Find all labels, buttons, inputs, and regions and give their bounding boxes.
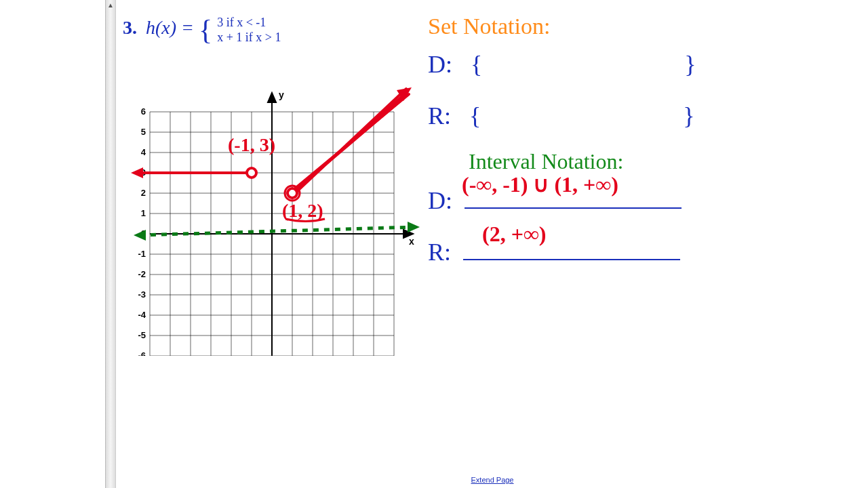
svg-marker-58 xyxy=(408,222,420,232)
graph-annotation-1: (-1, 3) xyxy=(228,134,275,155)
problem-heading: 3. h(x) = { 3 if x < -1 x + 1 if x > 1 xyxy=(123,14,281,46)
interval-notation-title: Interval Notation: xyxy=(469,149,821,174)
range-open-brace: { xyxy=(469,102,481,129)
range-close-brace: } xyxy=(683,102,694,129)
range-interval-label: R: xyxy=(428,239,451,266)
svg-text:1: 1 xyxy=(141,208,146,218)
svg-text:-4: -4 xyxy=(138,310,146,320)
y-axis-label: y xyxy=(279,89,284,100)
set-notation-title: Set Notation: xyxy=(428,14,821,39)
domain-interval-blank xyxy=(465,201,682,209)
whiteboard-page: 3. h(x) = { 3 if x < -1 x + 1 if x > 1 xyxy=(115,0,868,488)
domain-set-row: D: { } xyxy=(428,50,821,79)
piecewise-brace: { xyxy=(199,14,212,45)
scroll-up-icon[interactable]: ▲ xyxy=(106,1,115,9)
x-axis-label: x xyxy=(409,236,414,247)
coordinate-graph: y x -6 -5 -4 -3 -2 -1 0 1 2 3 4 5 6 6 5 xyxy=(123,64,421,356)
domain-close-brace: } xyxy=(684,51,696,78)
svg-text:-6: -6 xyxy=(138,350,146,356)
range-interval-answer: (2, +∞) xyxy=(482,222,546,247)
scrollbar-left[interactable]: ▲ xyxy=(105,0,116,488)
range-set-row: R: { } xyxy=(428,102,821,130)
problem-number: 3. xyxy=(123,17,137,38)
svg-point-61 xyxy=(247,168,256,178)
svg-marker-27 xyxy=(268,93,276,102)
svg-text:4: 4 xyxy=(141,147,146,157)
svg-point-63 xyxy=(288,188,297,198)
function-name: h(x) = xyxy=(146,17,199,38)
svg-marker-57 xyxy=(134,230,146,241)
svg-text:2: 2 xyxy=(141,188,146,198)
domain-label: D: xyxy=(428,51,452,78)
domain-open-brace: { xyxy=(471,51,482,78)
piecewise-pieces: 3 if x < -1 x + 1 if x > 1 xyxy=(217,15,281,45)
graph-svg: y x -6 -5 -4 -3 -2 -1 0 1 2 3 4 5 6 6 5 xyxy=(123,64,421,356)
svg-text:-2: -2 xyxy=(138,269,146,279)
range-interval-row: R: (2, +∞) xyxy=(428,238,821,266)
graph-annotation-2: (1, 2) xyxy=(282,200,323,221)
domain-interval-label: D: xyxy=(428,187,452,214)
svg-text:5: 5 xyxy=(141,127,146,137)
svg-text:-3: -3 xyxy=(138,289,146,300)
svg-marker-60 xyxy=(131,167,143,178)
domain-interval-answer: (-∞, -1) ∪ (1, +∞) xyxy=(462,171,618,197)
svg-text:-1: -1 xyxy=(138,249,146,259)
notation-panel: Set Notation: D: { } R: { } Interval Not… xyxy=(428,14,821,266)
range-interval-blank xyxy=(463,252,680,260)
svg-text:-5: -5 xyxy=(138,330,146,340)
range-label: R: xyxy=(428,102,451,129)
piece-2: x + 1 if x > 1 xyxy=(217,30,281,44)
domain-interval-row: D: (-∞, -1) ∪ (1, +∞) xyxy=(428,186,821,215)
extend-page-link[interactable]: Extend Page xyxy=(471,476,514,484)
piece-1: 3 if x < -1 xyxy=(217,16,266,29)
svg-text:6: 6 xyxy=(141,106,146,117)
